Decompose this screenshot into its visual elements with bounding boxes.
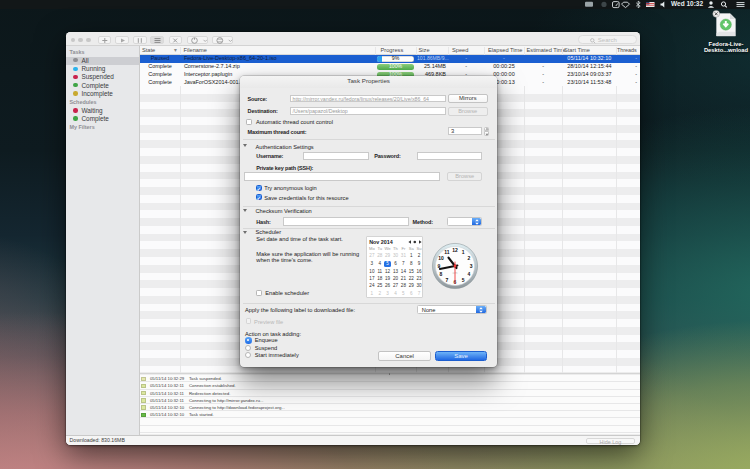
svg-text:5: 5 (462, 277, 465, 283)
svg-text:12: 12 (452, 247, 458, 253)
svg-text:1: 1 (462, 249, 465, 255)
svg-text:7: 7 (446, 277, 449, 283)
svg-text:10: 10 (438, 255, 444, 261)
svg-text:8: 8 (440, 271, 443, 277)
svg-text:9: 9 (438, 263, 441, 269)
svg-text:3: 3 (470, 263, 473, 269)
svg-text:2: 2 (468, 255, 471, 261)
svg-text:4: 4 (468, 271, 471, 277)
svg-text:11: 11 (444, 249, 450, 255)
